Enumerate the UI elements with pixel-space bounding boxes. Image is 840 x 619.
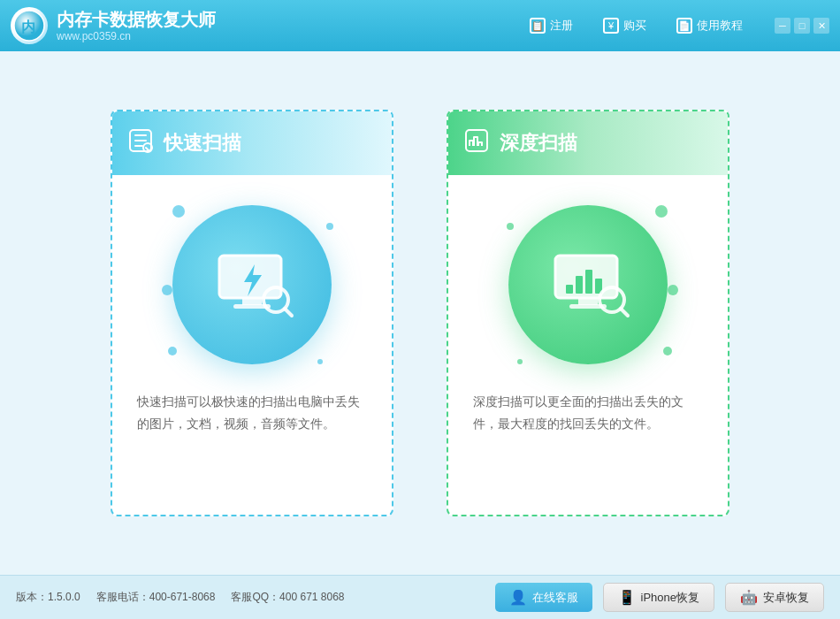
quick-scan-monitor-icon: [203, 236, 301, 333]
footer-buttons: 👤 在线客服 📱 iPhone恢复 🤖 安卓恢复: [495, 583, 824, 612]
close-button[interactable]: ✕: [813, 18, 829, 34]
footer-qq: 客服QQ：400 671 8068: [231, 590, 344, 605]
iphone-restore-label: iPhone恢复: [641, 590, 699, 606]
quick-scan-circle-area: [164, 196, 340, 373]
quick-scan-circle: [172, 205, 332, 364]
tutorial-icon: 📄: [676, 18, 692, 34]
footer-phone: 客服电话：400-671-8068: [96, 590, 216, 605]
tutorial-label: 使用教程: [697, 18, 743, 34]
iphone-icon: 📱: [618, 589, 636, 606]
android-icon: 🤖: [740, 589, 758, 606]
svg-rect-16: [585, 270, 592, 294]
svg-line-19: [621, 309, 628, 316]
app-title: 内存卡数据恢复大师: [57, 9, 216, 30]
minimize-button[interactable]: ─: [775, 18, 790, 34]
title-right: 📋 注册 ¥ 购买 📄 使用教程 ─ □ ✕: [523, 14, 829, 37]
deep-scan-circle: [508, 205, 668, 364]
tutorial-button[interactable]: 📄 使用教程: [669, 14, 750, 37]
iphone-restore-button[interactable]: 📱 iPhone恢复: [603, 583, 714, 612]
svg-rect-14: [566, 285, 573, 294]
svg-rect-5: [242, 298, 262, 305]
app-logo: 内: [11, 7, 48, 44]
deep-scan-desc: 深度扫描可以更全面的扫描出丢失的文件，最大程度的找回丢失的文件。: [448, 391, 728, 435]
deep-scan-header: 深度扫描: [448, 111, 728, 175]
register-label: 注册: [550, 18, 573, 34]
online-service-button[interactable]: 👤 在线客服: [495, 583, 592, 612]
cards-row: 快速扫描: [111, 110, 729, 516]
deep-scan-icon: [464, 128, 489, 158]
quick-scan-desc: 快速扫描可以极快速的扫描出电脑中丢失的图片，文档，视频，音频等文件。: [112, 391, 392, 435]
svg-line-9: [285, 309, 292, 316]
app-title-block: 内存卡数据恢复大师 www.pc0359.cn: [57, 9, 216, 42]
svg-text:内: 内: [21, 19, 35, 34]
quick-scan-card[interactable]: 快速扫描: [111, 110, 393, 516]
footer-version: 版本：1.5.0.0: [16, 590, 80, 605]
footer-info: 版本：1.5.0.0 客服电话：400-671-8068 客服QQ：400 67…: [16, 590, 345, 605]
register-button[interactable]: 📋 注册: [523, 14, 580, 37]
deep-scan-title: 深度扫描: [500, 130, 577, 157]
deep-scan-card[interactable]: 深度扫描: [447, 110, 729, 516]
svg-rect-15: [576, 276, 583, 294]
buy-button[interactable]: ¥ 购买: [596, 14, 653, 37]
footer: 版本：1.5.0.0 客服电话：400-671-8068 客服QQ：400 67…: [0, 575, 840, 619]
deep-scan-monitor-icon: [539, 236, 637, 333]
deep-scan-circle-area: [500, 196, 676, 373]
title-bar: 内 内存卡数据恢复大师 www.pc0359.cn 📋 注册 ¥ 购买 📄 使用…: [0, 0, 840, 51]
buy-icon: ¥: [603, 18, 619, 34]
title-left: 内 内存卡数据恢复大师 www.pc0359.cn: [11, 7, 216, 44]
android-restore-label: 安卓恢复: [763, 590, 809, 606]
window-controls: ─ □ ✕: [775, 18, 829, 34]
buy-label: 购买: [623, 18, 646, 34]
main-content: 快速扫描: [0, 51, 840, 575]
online-service-label: 在线客服: [532, 590, 578, 606]
quick-scan-header: 快速扫描: [112, 111, 392, 175]
register-icon: 📋: [530, 18, 546, 34]
android-restore-button[interactable]: 🤖 安卓恢复: [725, 583, 824, 612]
app-subtitle: www.pc0359.cn: [57, 30, 216, 42]
svg-rect-12: [578, 298, 598, 305]
maximize-button[interactable]: □: [794, 18, 810, 34]
online-service-icon: 👤: [509, 589, 527, 606]
quick-scan-title: 快速扫描: [164, 130, 241, 157]
quick-scan-icon: [128, 128, 153, 158]
